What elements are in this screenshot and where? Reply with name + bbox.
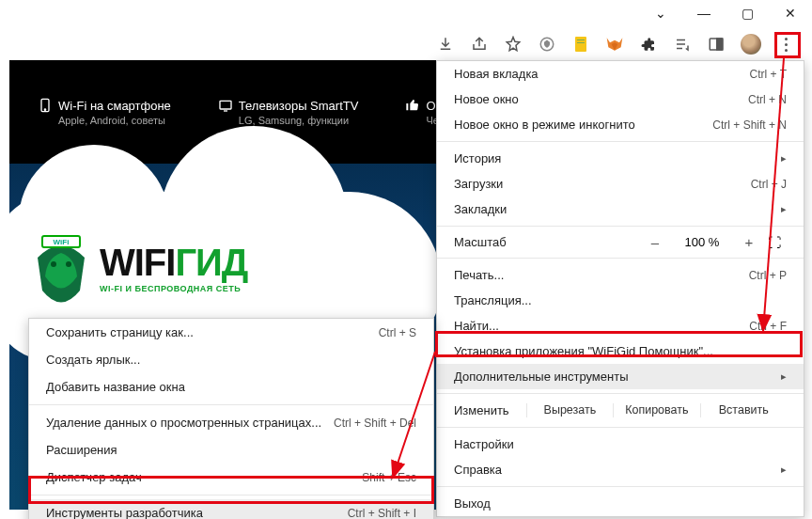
logo-text: WIFIГИД xyxy=(100,242,247,284)
toolbar xyxy=(436,34,795,55)
menu-new-window[interactable]: Новое окноCtrl + N xyxy=(437,86,804,112)
menu-incognito[interactable]: Новое окно в режиме инкогнитоCtrl + Shif… xyxy=(437,112,804,137)
menu-edit-row: Изменить Вырезать Копировать Вставить xyxy=(437,398,804,423)
menu-history[interactable]: История xyxy=(437,146,804,171)
download-icon[interactable] xyxy=(436,35,455,54)
fox-icon[interactable] xyxy=(605,35,624,54)
separator xyxy=(437,226,804,227)
svg-point-10 xyxy=(66,261,71,267)
callout-more-tools xyxy=(435,331,803,357)
nav-title: Телевизоры SmartTV xyxy=(239,99,359,113)
logo-tagline: WI-FI И БЕСПРОВОДНАЯ СЕТЬ xyxy=(100,284,247,293)
menu-exit[interactable]: Выход xyxy=(437,491,804,516)
menu-new-tab[interactable]: Новая вкладкаCtrl + T xyxy=(437,61,804,86)
separator xyxy=(437,258,804,259)
svg-rect-1 xyxy=(575,37,586,52)
thumb-icon xyxy=(405,98,420,113)
minimize-button[interactable]: — xyxy=(682,0,726,26)
maximize-button[interactable]: ▢ xyxy=(726,0,769,26)
svg-point-7 xyxy=(44,109,45,110)
nav-title: Wi-Fi на смартфоне xyxy=(58,99,171,113)
puzzle-icon[interactable] xyxy=(639,35,658,54)
share-icon[interactable] xyxy=(470,35,489,54)
menu-downloads[interactable]: ЗагрузкиCtrl + J xyxy=(437,171,804,197)
separator xyxy=(437,427,804,428)
separator xyxy=(437,141,804,142)
menu-more-tools[interactable]: Дополнительные инструменты xyxy=(437,364,804,389)
menu-cast[interactable]: Трансляция... xyxy=(437,288,804,313)
submenu-clear-data[interactable]: Удаление данных о просмотренных страница… xyxy=(29,409,433,436)
avatar[interactable] xyxy=(741,34,761,55)
menu-help[interactable]: Справка xyxy=(437,457,804,482)
submenu-create-shortcut[interactable]: Создать ярлык... xyxy=(29,346,433,373)
dropdown-caret[interactable]: ⌄ xyxy=(639,0,682,26)
separator xyxy=(29,404,433,405)
star-icon[interactable] xyxy=(504,35,523,54)
zoom-percent: 100 % xyxy=(674,235,730,249)
svg-rect-8 xyxy=(220,101,231,109)
submenu-extensions[interactable]: Расширения xyxy=(29,436,433,464)
edit-label: Изменить xyxy=(454,403,509,417)
tv-icon xyxy=(218,98,233,113)
menu-bookmarks[interactable]: Закладки xyxy=(437,197,804,222)
close-button[interactable]: ✕ xyxy=(769,0,812,26)
shield-icon[interactable] xyxy=(538,35,556,54)
submenu-save-page[interactable]: Сохранить страницу как...Ctrl + S xyxy=(29,319,433,346)
svg-rect-3 xyxy=(577,42,585,43)
logo-mascot-icon: WiFi xyxy=(28,225,94,309)
svg-text:WiFi: WiFi xyxy=(54,238,70,246)
svg-rect-5 xyxy=(717,39,723,50)
edit-cut[interactable]: Вырезать xyxy=(526,403,613,417)
callout-dev-tools xyxy=(28,476,434,504)
callout-kebab xyxy=(774,32,801,58)
menu-settings[interactable]: Настройки xyxy=(437,432,804,457)
menu-zoom: Масштаб – 100 % + ⛶ xyxy=(437,230,804,254)
edit-paste[interactable]: Вставить xyxy=(700,403,787,417)
music-icon[interactable] xyxy=(673,35,692,54)
submenu-name-window[interactable]: Добавить название окна xyxy=(29,373,433,401)
note-icon[interactable] xyxy=(571,35,590,54)
nav-item-wifi-phone[interactable]: Wi-Fi на смартфоне Apple, Android, совет… xyxy=(38,98,171,126)
window-controls: ⌄ — ▢ ✕ xyxy=(639,0,812,26)
zoom-out-button[interactable]: – xyxy=(636,234,674,250)
svg-rect-2 xyxy=(577,39,585,40)
panel-icon[interactable] xyxy=(707,35,726,54)
chrome-main-menu: Новая вкладкаCtrl + T Новое окноCtrl + N… xyxy=(436,60,804,517)
fullscreen-button[interactable]: ⛶ xyxy=(768,235,787,250)
edit-copy[interactable]: Копировать xyxy=(613,403,699,417)
phone-icon xyxy=(38,98,53,113)
menu-print[interactable]: Печать...Ctrl + P xyxy=(437,262,804,288)
site-logo[interactable]: WiFi WIFIГИД WI-FI И БЕСПРОВОДНАЯ СЕТЬ xyxy=(28,225,247,309)
nav-subtitle: Apple, Android, советы xyxy=(58,115,171,126)
nav-item-tv[interactable]: Телевизоры SmartTV LG, Samsung, функции xyxy=(218,98,359,126)
separator xyxy=(437,393,804,394)
svg-point-9 xyxy=(51,261,56,267)
zoom-label: Масштаб xyxy=(454,235,636,249)
zoom-in-button[interactable]: + xyxy=(730,234,768,250)
nav-subtitle: LG, Samsung, функции xyxy=(239,115,359,126)
separator xyxy=(437,486,804,487)
